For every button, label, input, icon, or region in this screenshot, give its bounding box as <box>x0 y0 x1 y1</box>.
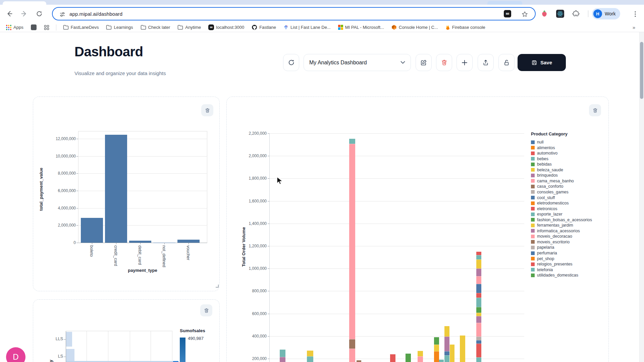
apps-shortcut[interactable]: Apps <box>4 24 25 31</box>
browser-menu-button[interactable] <box>629 7 642 21</box>
legend-swatch <box>531 163 535 166</box>
x-tick-label: voucher <box>186 245 191 260</box>
bar-segment <box>349 349 355 362</box>
y-tick-label: 1,400,000 <box>233 221 267 226</box>
bar <box>66 349 74 362</box>
legend-item: moveis_escritorio <box>531 240 570 244</box>
bar-segment <box>444 337 449 351</box>
bookmark-dark-app[interactable] <box>29 24 39 31</box>
legend-item: eletronicos <box>531 206 557 211</box>
y-tick-label: 10,000,000 <box>42 154 76 159</box>
y-tick-label: 8,000,000 <box>42 171 76 176</box>
bookmark-label: localhost:3000 <box>216 25 244 30</box>
legend-item: fashion_bolsas_e_acessorios <box>531 218 592 222</box>
payment-type-chart-card: total_payment_value payment_type 02,000,… <box>33 97 220 291</box>
bar-segment <box>444 326 449 337</box>
forward-button[interactable] <box>17 7 31 20</box>
kebab-menu-icon <box>635 11 636 17</box>
grid-line <box>269 133 524 134</box>
category-label: LLS <box>44 337 63 341</box>
bookmark-mipal-teams[interactable]: MI PAL - Microsoft... <box>336 24 386 31</box>
remove-chart-button[interactable] <box>200 304 212 316</box>
legend-item: automotivo <box>531 151 557 156</box>
mi-page-badge-icon[interactable]: MI <box>504 10 511 17</box>
trash-icon <box>441 59 448 66</box>
grid-line <box>78 191 207 191</box>
y-tick-label: 400,000 <box>233 334 267 339</box>
plot-top-border <box>66 331 172 331</box>
legend-label: automotivo <box>537 151 557 156</box>
bookmark-anytime[interactable]: Anytime <box>175 24 203 31</box>
legend-label: cama_mesa_banho <box>537 179 574 183</box>
edit-dashboard-button[interactable] <box>416 54 432 71</box>
bookmark-star-icon[interactable] <box>521 11 528 18</box>
card-resize-handle[interactable] <box>216 285 219 288</box>
bookmark-list-fastlane[interactable]: List | Fast Lane De... <box>281 24 333 31</box>
chart3-legend-title: Sumofsales <box>180 328 205 333</box>
dark-square-icon <box>31 24 37 30</box>
legend-item: perfumaria <box>531 251 557 255</box>
profile-chip[interactable]: H Work <box>592 8 620 19</box>
bar-segment <box>418 356 423 362</box>
react-devtools-extension-icon[interactable] <box>555 8 566 19</box>
refresh-icon <box>288 59 295 66</box>
bookmark-grid-app[interactable] <box>42 24 51 31</box>
share-dashboard-button[interactable] <box>478 54 494 71</box>
delete-dashboard-button[interactable] <box>436 54 452 71</box>
bookmark-learnings[interactable]: Learnings <box>104 24 135 31</box>
bookmark-console-home[interactable]: Console Home | C... <box>389 24 440 31</box>
mi-icon: MI <box>208 24 214 30</box>
legend-item: cama_mesa_banho <box>531 179 574 183</box>
dashboard-selector[interactable]: My Analytics Dashboard <box>304 54 411 71</box>
add-chart-button[interactable] <box>457 54 473 71</box>
bookmark-fastlane[interactable]: Fastlane <box>250 24 278 31</box>
url-bar[interactable]: app.mipal.ai/dashboard MI <box>52 7 536 20</box>
back-button[interactable] <box>3 7 16 20</box>
bar-segment <box>349 144 355 339</box>
active-tab[interactable] <box>3 1 46 5</box>
bookmark-localhost[interactable]: MI localhost:3000 <box>206 24 246 31</box>
bookmark-fastlanedevs[interactable]: FastLaneDevs <box>61 24 101 31</box>
grid-line <box>78 173 207 174</box>
browser-toolbar: app.mipal.ai/dashboard MI H Work <box>0 5 644 23</box>
x-tick-label: not_defined <box>162 245 166 267</box>
legend-label: relogios_presentes <box>537 262 573 266</box>
bar <box>105 135 127 243</box>
bar-segment <box>476 276 481 284</box>
bar-segment <box>406 354 411 362</box>
url-text[interactable]: app.mipal.ai/dashboard <box>69 11 122 17</box>
remove-chart-button[interactable] <box>201 104 213 116</box>
bookmarks-bar: Apps FastLaneDevs Learnings Check later … <box>0 23 644 32</box>
extensions-puzzle-icon[interactable] <box>571 8 581 19</box>
chart3-legend-max: 490,987 <box>188 336 204 341</box>
legend-swatch <box>531 235 535 238</box>
y-tick-label: 200,000 <box>233 356 267 361</box>
bar-segment <box>476 357 481 362</box>
strawberry-extension-icon[interactable] <box>539 8 550 19</box>
bookmarks-overflow-button[interactable]: » <box>633 24 640 30</box>
y-tick-mark <box>76 173 78 174</box>
reload-button[interactable] <box>33 7 46 20</box>
bar-segment <box>349 339 355 349</box>
background-tab[interactable] <box>487 1 522 5</box>
grid-line <box>269 201 524 201</box>
site-controls-icon[interactable] <box>59 11 65 17</box>
legend-item: cool_stuff <box>531 195 555 200</box>
refresh-dashboard-button[interactable] <box>283 54 299 71</box>
edit-icon <box>420 59 427 66</box>
grid-line <box>269 156 524 156</box>
bookmark-firebase[interactable]: Firebase console <box>443 24 487 31</box>
bar-segment <box>476 344 481 358</box>
lock-dashboard-button[interactable] <box>498 54 515 71</box>
bookmark-check-later[interactable]: Check later <box>139 24 172 31</box>
y-tick-label: 600,000 <box>233 311 267 316</box>
bar-segment <box>476 255 481 259</box>
bar-segment <box>280 357 285 362</box>
grid-line <box>269 224 524 224</box>
legend-swatch <box>531 251 535 255</box>
chat-avatar-button[interactable]: D <box>6 347 25 362</box>
page-scrollbar-thumb[interactable] <box>640 42 643 99</box>
folder-icon <box>63 25 69 30</box>
save-button[interactable]: Save <box>518 54 566 71</box>
remove-chart-button[interactable] <box>589 104 601 116</box>
